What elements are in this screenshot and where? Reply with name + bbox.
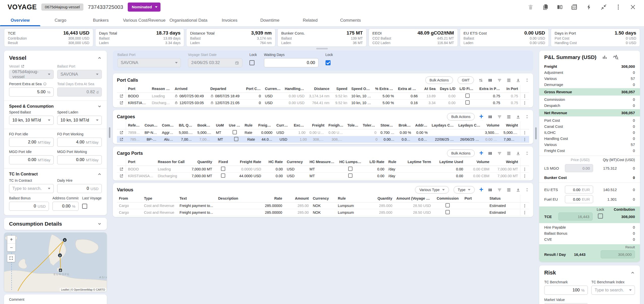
column-header-quantity[interactable]: Quantity [367, 196, 394, 200]
column-header-address[interactable]: Address... [413, 123, 430, 127]
vessel-select[interactable]: 0675d4ajoug-vessel [9, 70, 54, 79]
cell-freight-rate[interactable]: 0.0000 USD [232, 167, 263, 171]
consumption-details-panel[interactable]: Consumption Details [4, 218, 107, 230]
column-header-freight[interactable]: Freight ... [256, 123, 274, 127]
filter-icon[interactable] [497, 114, 502, 119]
map-zoom-out-button[interactable]: − [7, 244, 15, 251]
row-menu-button[interactable] [523, 137, 527, 142]
various-type-filter-select[interactable]: Various Type [415, 186, 449, 194]
add-row-button[interactable]: + [479, 114, 483, 119]
daily-hire-input[interactable]: 0USD [57, 184, 102, 193]
cell-extra-at-sea[interactable]: 0.66 [396, 94, 420, 98]
cell-commo[interactable]: Aggrega... [160, 131, 177, 135]
speed-consumption-header[interactable]: Speed & Consumption [9, 104, 102, 109]
cell-reason-for-call[interactable]: Loading [156, 167, 187, 171]
cell-weight[interactable]: 7,000.00 MT [491, 167, 520, 171]
checkbox-hc-lumpsum[interactable] [348, 167, 352, 171]
cell-port[interactable]: BODO [126, 167, 156, 171]
column-header-rate[interactable]: Rate [252, 196, 284, 200]
row-menu-button[interactable] [523, 94, 527, 98]
cell-port[interactable]: BODO [126, 94, 150, 98]
columns-icon[interactable] [488, 151, 493, 156]
unfold-icon[interactable] [525, 115, 529, 119]
column-header-currency[interactable]: Currency [274, 123, 292, 127]
column-header-booked[interactable]: Booked ... [195, 123, 214, 127]
tab-comments[interactable]: Comments [330, 14, 371, 26]
cell-speed-order[interactable]: 10 kn, 10 M... [349, 94, 373, 98]
cell-currency[interactable]: USD [278, 137, 293, 141]
cell-freight[interactable]: 0.00 USD [327, 131, 345, 135]
checkbox-commission[interactable] [445, 203, 450, 207]
cell-fixed[interactable] [214, 167, 232, 172]
cell-currency[interactable]: NOK [311, 204, 336, 208]
cell-b-l-qua[interactable]: 5,000.000 [177, 131, 196, 135]
cell-uom[interactable]: MT [216, 137, 227, 141]
tab-downtime[interactable]: Downtime [250, 14, 290, 26]
row-menu-button[interactable] [523, 210, 527, 215]
cell-volume[interactable]: 0.00 CBM [483, 137, 500, 141]
tc-in-contract-select[interactable]: Type to search. [9, 184, 54, 193]
cell-quantity[interactable]: 7,000.00 MT [187, 174, 214, 178]
cell-in-port[interactable]: 0.75 [502, 94, 520, 98]
column-header-arrived[interactable]: Arrived [173, 87, 208, 91]
cell-type[interactable]: Cost and Revenue [142, 210, 177, 215]
cell-reason-for-call[interactable]: Discharging [156, 174, 187, 178]
column-header-speed[interactable]: Speed [331, 87, 349, 91]
tab-bunkers[interactable]: Bunkers [81, 14, 121, 26]
cell-from[interactable]: Cargo [117, 210, 142, 215]
cell-amount[interactable]: 285.00 [284, 204, 311, 208]
column-header-fixed[interactable]: Fixed [214, 160, 232, 164]
tab-related[interactable]: Related [290, 14, 330, 26]
cell-amount-voyage-c[interactable]: 28.50 USD [394, 210, 433, 215]
tab-various-cost-revenue[interactable]: Various Cost/Revenue [121, 14, 168, 26]
cell-currency[interactable]: USD [274, 131, 292, 135]
open-row-button[interactable] [119, 137, 123, 141]
copy-icon[interactable] [542, 4, 549, 11]
open-row-button[interactable] [119, 174, 123, 178]
cell-rule[interactable]: Rate [243, 131, 256, 135]
risk-section-header[interactable]: Risk [544, 269, 635, 276]
density-icon[interactable] [506, 78, 511, 83]
map-fullscreen-button[interactable] [7, 254, 15, 262]
tc-benchmark-input[interactable]: 100% [544, 286, 588, 295]
cell-laytime-used[interactable]: 0.00 [437, 174, 465, 178]
column-header-stowage[interactable]: Stowage [378, 123, 397, 127]
download-icon[interactable] [516, 188, 521, 192]
cell-amount[interactable]: 285.00 [284, 210, 311, 215]
cell-address[interactable]: 0.00 % [413, 131, 430, 135]
column-header-type[interactable]: Type [142, 196, 177, 200]
table-row[interactable]: KRISTIANS...Discharging12/07/25 03:0512/… [117, 100, 529, 106]
column-header-freight-rate[interactable]: Freight Rate [232, 160, 263, 164]
row-menu-button[interactable] [523, 167, 527, 171]
cell-laydays-commence[interactable]: 22/06/25 00:00 [433, 137, 456, 141]
bulk-actions-button[interactable]: Bulk Actions [447, 113, 475, 120]
cell-rate[interactable]: 285.00000 [252, 204, 284, 208]
column-header-laydays-cancelling[interactable]: Laydays Cancelling [456, 123, 483, 127]
mgo-port-idle-input[interactable]: 0.00MT/day [9, 155, 54, 164]
tc-in-contract-header[interactable]: TC In Contract [9, 172, 102, 176]
cell-commo[interactable]: Alumini... [162, 137, 177, 141]
unfold-icon[interactable] [525, 151, 529, 155]
cell-handling-c[interactable]: 0.00 USD [283, 94, 307, 98]
column-header-laydays-commence[interactable]: Laydays Commence [430, 123, 456, 127]
cell-status[interactable]: Estimated [488, 210, 520, 215]
column-header-currency[interactable]: Currency [263, 87, 283, 91]
cell-stowage[interactable]: 0.000 C... [381, 137, 398, 141]
compare-icon[interactable] [556, 4, 563, 11]
cell-l-d-rate[interactable]: 0.00 [364, 174, 386, 178]
status-dropdown-button[interactable]: Nominated [128, 3, 160, 12]
row-menu-button[interactable] [523, 174, 527, 178]
column-header-port[interactable]: Port [462, 196, 487, 200]
delete-icon[interactable] [527, 4, 534, 11]
column-header-hc-rate[interactable]: HC Rate [263, 160, 285, 164]
cell-freight[interactable]: 44.0000 [260, 137, 276, 141]
density-icon[interactable] [506, 114, 511, 119]
cell-freight-rate[interactable]: 44.0000 USD [232, 174, 263, 178]
close-icon[interactable] [629, 4, 636, 11]
column-header-l-d-fixed[interactable]: L/D Fixed [458, 87, 477, 91]
cell-arrived[interactable]: 12/07/25 03:05 [173, 101, 208, 105]
cell-days-l-d[interactable]: 0.00 [438, 94, 458, 98]
add-row-button[interactable]: + [479, 187, 483, 193]
column-header-distance[interactable]: Distance [307, 87, 331, 91]
fo-port-working-input[interactable]: 4.00MT/day [57, 138, 102, 147]
